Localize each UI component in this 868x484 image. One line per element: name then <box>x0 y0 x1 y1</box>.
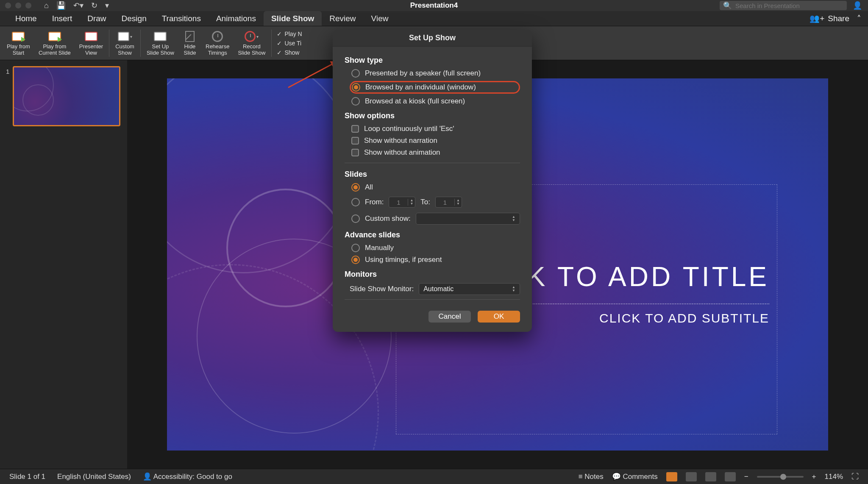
presenter-view-button[interactable]: Presenter View <box>75 26 107 60</box>
advance-timings-radio[interactable]: Using timings, if present <box>351 256 520 264</box>
close-window-icon[interactable] <box>5 3 11 8</box>
from-input[interactable] <box>389 199 408 206</box>
tab-view[interactable]: View <box>364 11 396 26</box>
tab-slide-show[interactable]: Slide Show <box>264 11 322 26</box>
share-icon[interactable]: 👥+ <box>810 14 824 23</box>
language-status[interactable]: English (United States) <box>57 473 131 481</box>
radio-icon <box>351 214 360 223</box>
thumbnail-row[interactable]: 1 <box>6 66 121 126</box>
monitors-label: Monitors <box>345 270 520 279</box>
fit-to-window-button[interactable]: ⛶ <box>851 473 859 481</box>
play-from-start-button[interactable]: Play from Start <box>3 26 34 60</box>
window-titlebar: ⌂ 💾 ↶▾ ↻ ▾ Presentation4 🔍 👤 <box>0 0 868 11</box>
slide-thumbnail[interactable] <box>13 66 120 126</box>
ribbon-separator <box>271 30 272 57</box>
minimize-window-icon[interactable] <box>15 3 21 8</box>
collapse-ribbon-icon[interactable]: ˄ <box>857 14 861 23</box>
hide-slide-button[interactable]: Hide Slide <box>178 26 201 60</box>
tab-insert[interactable]: Insert <box>45 11 80 26</box>
check-icon: ✓ <box>277 40 282 47</box>
slides-label: Slides <box>345 170 520 179</box>
without-animation-checkbox[interactable]: Show without animation <box>351 148 520 157</box>
slides-from-radio[interactable]: From: ▲▼ To: ▲▼ <box>351 197 520 208</box>
slides-all-radio[interactable]: All <box>351 183 520 192</box>
caret-down-icon[interactable]: ▼ <box>455 202 462 206</box>
undo-icon[interactable]: ↶▾ <box>73 1 83 10</box>
account-icon[interactable]: 👤 <box>853 1 862 10</box>
zoom-out-button[interactable]: − <box>744 473 748 481</box>
accessibility-icon: 👤 <box>143 473 152 481</box>
show-type-individual-radio[interactable]: Browsed by an individual (window) <box>352 83 476 92</box>
radio-icon <box>352 83 360 92</box>
radio-icon <box>351 97 360 106</box>
custom-show-select[interactable]: ▲▼ <box>416 213 520 225</box>
radio-icon <box>351 183 360 192</box>
slide-sorter-view-button[interactable] <box>686 472 697 481</box>
advance-manually-radio[interactable]: Manually <box>351 244 520 252</box>
tab-draw[interactable]: Draw <box>80 11 114 26</box>
zoom-slider[interactable] <box>757 476 804 478</box>
cancel-button[interactable]: Cancel <box>428 311 471 323</box>
share-button[interactable]: Share <box>828 14 849 23</box>
to-spinner[interactable]: ▲▼ <box>435 197 462 208</box>
set-up-slide-show-button[interactable]: Set Up Slide Show <box>142 26 178 60</box>
advance-slides-label: Advance slides <box>345 231 520 239</box>
status-bar: Slide 1 of 1 English (United States) 👤 A… <box>0 469 868 484</box>
ribbon-separator <box>140 30 141 57</box>
play-from-current-button[interactable]: Play from Current Slide <box>34 26 75 60</box>
show-media-controls-checkbox[interactable]: ✓Show <box>277 49 302 56</box>
search-input[interactable] <box>735 2 843 9</box>
custom-show-icon <box>118 32 129 41</box>
radio-icon <box>351 244 360 252</box>
slide-thumbnail-panel: 1 <box>0 60 127 469</box>
save-icon[interactable]: 💾 <box>56 1 66 10</box>
rehearse-timings-icon <box>212 31 223 42</box>
record-slide-show-button[interactable]: ▾ Record Slide Show <box>234 26 270 60</box>
tab-home[interactable]: Home <box>8 11 45 26</box>
slides-custom-radio[interactable]: Custom show: ▲▼ <box>351 213 520 225</box>
zoom-level[interactable]: 114% <box>825 473 843 481</box>
checkbox-icon <box>351 149 359 156</box>
home-icon[interactable]: ⌂ <box>44 1 49 10</box>
customize-qat-icon[interactable]: ▾ <box>105 1 109 10</box>
tab-design[interactable]: Design <box>114 11 154 26</box>
tab-transitions[interactable]: Transitions <box>154 11 209 26</box>
to-input[interactable] <box>436 199 454 206</box>
from-spinner[interactable]: ▲▼ <box>389 197 415 208</box>
hide-slide-icon <box>185 31 195 42</box>
rehearse-timings-button[interactable]: Rehearse Timings <box>201 26 234 60</box>
radio-icon <box>351 256 360 264</box>
comments-button[interactable]: 💬 Comments <box>612 472 658 481</box>
slide-position[interactable]: Slide 1 of 1 <box>9 473 45 481</box>
show-type-speaker-radio[interactable]: Presented by a speaker (full screen) <box>351 69 520 78</box>
show-type-kiosk-radio[interactable]: Browsed at a kiosk (full screen) <box>351 97 520 106</box>
ribbon-separator <box>109 30 109 57</box>
caret-down-icon[interactable]: ▼ <box>408 202 415 206</box>
custom-show-button[interactable]: ▾ Custom Show <box>111 26 139 60</box>
loop-continuously-checkbox[interactable]: Loop continuously until 'Esc' <box>351 125 520 133</box>
notes-icon: ≡ <box>579 473 585 481</box>
without-narration-checkbox[interactable]: Show without narration <box>351 136 520 145</box>
set-up-show-dialog: Set Up Show Show type Presented by a spe… <box>333 30 532 332</box>
zoom-in-button[interactable]: + <box>812 473 816 481</box>
play-narrations-checkbox[interactable]: ✓Play N <box>277 31 302 37</box>
thumbnail-number: 1 <box>6 66 9 126</box>
use-timings-checkbox[interactable]: ✓Use Ti <box>277 40 302 47</box>
redo-icon[interactable]: ↻ <box>91 1 97 10</box>
normal-view-button[interactable] <box>666 472 677 481</box>
notes-button[interactable]: ≡ Notes <box>579 473 604 481</box>
ribbon-checkbox-group: ✓Play N ✓Use Ti ✓Show <box>273 31 302 56</box>
accessibility-status[interactable]: 👤 Accessibility: Good to go <box>143 472 232 481</box>
zoom-window-icon[interactable] <box>25 3 31 8</box>
reading-view-button[interactable] <box>705 472 716 481</box>
tab-animations[interactable]: Animations <box>209 11 264 26</box>
slide-show-view-button[interactable] <box>725 472 736 481</box>
comments-icon: 💬 <box>612 473 623 481</box>
radio-icon <box>351 69 360 78</box>
ok-button[interactable]: OK <box>478 311 520 323</box>
tab-review[interactable]: Review <box>322 11 363 26</box>
slide-show-monitor-select[interactable]: Automatic ▲▼ <box>419 283 520 295</box>
search-box[interactable]: 🔍 <box>720 1 847 10</box>
subtitle-placeholder-text[interactable]: CLICK TO ADD SUBTITLE <box>599 311 769 325</box>
dialog-separator <box>345 299 520 300</box>
